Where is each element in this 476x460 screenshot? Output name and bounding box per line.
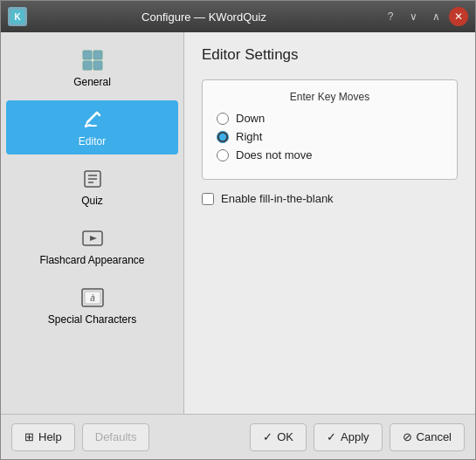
radio-notmove-label: Does not move [236, 148, 312, 161]
apply-label: Apply [341, 430, 369, 443]
cancel-button[interactable]: ⊘ Cancel [390, 423, 465, 451]
svg-rect-4 [83, 61, 92, 70]
ok-label: OK [277, 430, 293, 443]
radio-right-input[interactable] [217, 131, 229, 143]
titlebar: K Configure — KWordQuiz ? ∨ ∧ ✕ [1, 1, 475, 32]
sidebar-flashcard-label: Flashcard Appearance [39, 254, 144, 266]
app-logo: K [8, 7, 27, 26]
sidebar-special-label: Special Characters [48, 313, 136, 326]
window-title: Configure — KWordQuiz [27, 10, 381, 24]
sidebar: General Editor [1, 32, 184, 414]
svg-text:K: K [14, 12, 21, 22]
cancel-circle-icon: ⊘ [403, 430, 412, 443]
close-button[interactable]: ✕ [449, 7, 468, 26]
ok-checkmark-icon: ✓ [263, 430, 272, 443]
help-button[interactable]: ? [381, 7, 400, 26]
sidebar-item-quiz[interactable]: Quiz [6, 160, 178, 214]
window-controls: ? ∨ ∧ ✕ [381, 7, 468, 26]
radio-down-label: Down [236, 112, 265, 125]
help-footer-label: Help [38, 430, 62, 443]
radio-down-input[interactable] [217, 113, 229, 125]
main-panel: Editor Settings Enter Key Moves Down Rig… [184, 32, 475, 414]
general-icon [80, 48, 105, 72]
sidebar-quiz-label: Quiz [81, 195, 103, 207]
sidebar-item-flashcard[interactable]: Flashcard Appearance [6, 219, 178, 273]
svg-line-8 [97, 113, 100, 115]
radio-down[interactable]: Down [217, 112, 443, 125]
svg-marker-16 [90, 236, 97, 241]
help-footer-button[interactable]: ⊞ Help [11, 423, 75, 451]
defaults-button[interactable]: Defaults [82, 423, 150, 451]
quiz-icon [80, 167, 105, 191]
sidebar-item-special[interactable]: à Special Characters [6, 278, 178, 333]
content-area: General Editor [1, 32, 475, 414]
special-chars-icon: à [80, 285, 105, 310]
fill-blank-label: Enable fill-in-the-blank [221, 192, 334, 205]
svg-rect-3 [93, 51, 102, 59]
group-title: Enter Key Moves [217, 91, 443, 103]
fill-blank-checkbox[interactable] [202, 193, 214, 205]
sidebar-general-label: General [73, 76, 111, 88]
editor-icon [80, 107, 105, 132]
fill-blank-option[interactable]: Enable fill-in-the-blank [202, 192, 458, 205]
minimize-button[interactable]: ∨ [404, 7, 423, 26]
maximize-button[interactable]: ∧ [426, 7, 445, 26]
sidebar-item-general[interactable]: General [6, 41, 178, 95]
svg-rect-5 [93, 61, 102, 70]
sidebar-item-editor[interactable]: Editor [6, 100, 178, 154]
apply-button[interactable]: ✓ Apply [314, 423, 383, 451]
page-title: Editor Settings [202, 46, 458, 64]
help-footer-icon: ⊞ [24, 430, 34, 443]
cancel-label: Cancel [417, 430, 452, 443]
radio-right-label: Right [236, 130, 262, 143]
footer: ⊞ Help Defaults ✓ OK ✓ Apply ⊘ Cancel [1, 414, 475, 459]
ok-button[interactable]: ✓ OK [250, 423, 307, 451]
flashcard-icon [80, 226, 105, 251]
radio-notmove-input[interactable] [217, 149, 229, 161]
defaults-label: Defaults [95, 430, 137, 443]
radio-right[interactable]: Right [217, 130, 443, 143]
enter-key-group: Enter Key Moves Down Right Does not move [202, 79, 458, 180]
svg-line-7 [87, 113, 97, 122]
apply-checkmark-icon: ✓ [327, 430, 336, 443]
configure-window: K Configure — KWordQuiz ? ∨ ∧ ✕ [0, 0, 476, 460]
radio-notmove[interactable]: Does not move [217, 148, 443, 161]
svg-text:à: à [90, 293, 95, 303]
svg-rect-2 [83, 51, 92, 59]
sidebar-editor-label: Editor [79, 135, 106, 148]
